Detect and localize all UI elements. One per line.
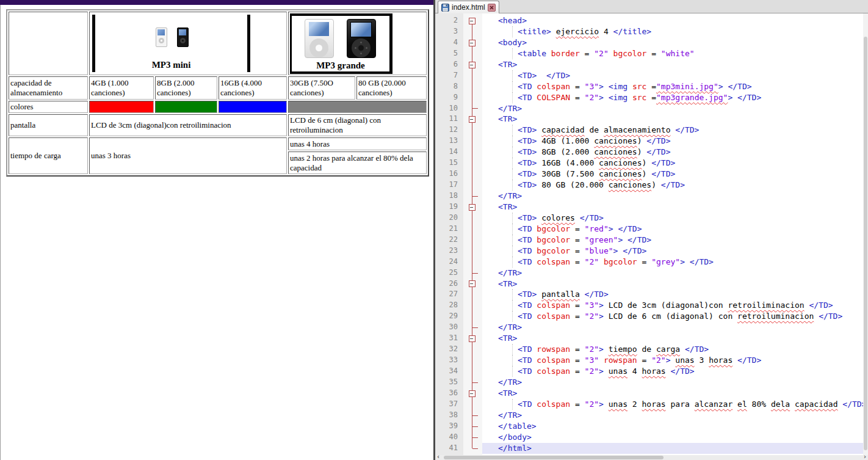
fold-mark[interactable] <box>463 202 482 213</box>
fold-mark <box>463 410 482 421</box>
code-line-30: </TR> <box>482 322 863 333</box>
table-cell: pantalla <box>9 114 88 136</box>
code-line-29: <TD colspan = "2"> LCD de 6 cm (diagonal… <box>482 311 863 322</box>
line-number: 13 <box>435 136 463 147</box>
code-line-35: </TR> <box>482 377 863 388</box>
fold-mark[interactable] <box>463 388 482 399</box>
fold-mark <box>463 136 482 147</box>
line-number: 14 <box>435 147 463 158</box>
code-line-3: <title> ejercicio 4 </title> <box>482 26 863 37</box>
fold-mark[interactable] <box>463 333 482 344</box>
line-number: 15 <box>435 158 463 169</box>
fold-mark[interactable] <box>463 279 482 290</box>
code-line-14: <TD> 8GB (2.000 canciones) </TD> <box>482 147 863 158</box>
fold-collapse-box[interactable] <box>469 204 476 211</box>
fold-mark[interactable] <box>463 114 482 125</box>
line-number: 2 <box>435 15 463 26</box>
fold-collapse-box[interactable] <box>469 40 476 46</box>
fold-mark <box>463 81 482 92</box>
fold-mark[interactable] <box>463 59 482 70</box>
fold-collapse-box[interactable] <box>469 116 476 123</box>
line-number: 23 <box>435 246 463 257</box>
code-line-12: <TD> capacidad de almacenamiento </TD> <box>482 125 863 136</box>
line-number: 36 <box>435 388 463 399</box>
line-number: 39 <box>435 421 463 432</box>
code-line-38: </TR> <box>482 410 863 421</box>
color-swatch-red <box>89 101 154 113</box>
scroll-right-arrow[interactable]: › <box>864 453 866 460</box>
table-cell-grande-image: MP3 grande <box>288 12 427 75</box>
mp3-mini-image: MP3 mini <box>91 14 251 73</box>
code-line-32: <TD rowspan = "2"> tiempo de carga </TD> <box>482 344 863 355</box>
line-number: 34 <box>435 366 463 377</box>
table-cell: 30GB (7.50O canciones) <box>288 76 355 100</box>
fold-mark <box>463 268 482 279</box>
code-line-41: </html> <box>482 443 863 454</box>
code-line-33: <TD colspan = "3" rowspan = "2"> unas 3 … <box>482 355 863 366</box>
fold-mark[interactable] <box>463 15 482 26</box>
table-cell: 80 GB (20.000 canciones) <box>356 76 427 100</box>
fold-collapse-box[interactable] <box>469 390 476 397</box>
table-cell: 8GB (2.000 canciones) <box>155 76 217 100</box>
table-cell: colores <box>9 101 88 113</box>
fold-mark <box>463 191 482 202</box>
scroll-left-arrow[interactable]: ‹ <box>437 453 439 460</box>
code-line-24: <TD colspan = "2" bgcolor = "grey"> </TD… <box>482 257 863 268</box>
code-line-2: <head> <box>482 15 863 26</box>
fold-mark <box>463 366 482 377</box>
fold-mark <box>463 322 482 333</box>
color-swatch-grey <box>288 101 427 113</box>
color-swatch-blue <box>219 101 287 113</box>
line-number: 24 <box>435 257 463 268</box>
code-line-19: <TR> <box>482 202 863 213</box>
tab-bar: index.html <box>435 0 868 13</box>
code-line-26: <TR> <box>482 279 863 290</box>
fold-mark <box>463 147 482 158</box>
code-line-11: <TR> <box>482 114 863 125</box>
code-line-4: <body> <box>482 37 863 48</box>
fold-mark[interactable] <box>463 37 482 48</box>
horizontal-scrollbar-thumb[interactable] <box>444 456 664 459</box>
line-number: 21 <box>435 224 463 235</box>
line-number: 10 <box>435 103 463 114</box>
saved-floppy-icon <box>441 4 449 12</box>
vertical-scrollbar-thumb[interactable] <box>864 37 867 450</box>
horizontal-scrollbar[interactable]: ‹ › <box>435 455 868 460</box>
tab-index-html[interactable]: index.html <box>438 1 499 13</box>
fold-collapse-box[interactable] <box>469 280 476 287</box>
line-number: 6 <box>435 59 463 70</box>
fold-collapse-box[interactable] <box>469 18 476 24</box>
line-number: 17 <box>435 180 463 191</box>
code-line-27: <TD> pantalla </TD> <box>482 289 863 300</box>
fold-mark <box>463 70 482 81</box>
line-number: 11 <box>435 114 463 125</box>
fold-mark <box>463 432 482 443</box>
fold-mark <box>463 377 482 388</box>
fold-mark <box>463 180 482 191</box>
line-number: 22 <box>435 235 463 246</box>
editor-panel: index.html 23456789101112131415161718192… <box>435 0 868 460</box>
fold-mark <box>463 421 482 432</box>
line-number: 18 <box>435 191 463 202</box>
line-number: 27 <box>435 289 463 300</box>
code-line-16: <TD> 30GB (7.500 canciones) </TD> <box>482 169 863 180</box>
table-cell-empty <box>9 12 88 75</box>
line-number: 33 <box>435 355 463 366</box>
fold-collapse-box[interactable] <box>469 62 476 68</box>
line-number: 29 <box>435 311 463 322</box>
tab-close-icon[interactable] <box>488 4 496 12</box>
line-number: 19 <box>435 202 463 213</box>
fold-mark <box>463 158 482 169</box>
fold-mark <box>463 224 482 235</box>
fold-mark <box>463 355 482 366</box>
fold-collapse-box[interactable] <box>469 335 476 342</box>
vertical-scrollbar[interactable] <box>863 13 868 455</box>
table-cell: unas 3 horas <box>89 137 287 174</box>
line-number: 5 <box>435 48 463 59</box>
mp3-mini-white-player <box>156 27 167 47</box>
code-line-34: <TD colspan = "2"> unas 4 horas </TD> <box>482 366 863 377</box>
code-line-9: <TD COLSPAN = "2"> <img src ="mp3grande.… <box>482 92 863 103</box>
line-number: 31 <box>435 333 463 344</box>
code-area[interactable]: <head><title> ejercicio 4 </title><body>… <box>482 13 863 455</box>
line-number: 37 <box>435 399 463 410</box>
